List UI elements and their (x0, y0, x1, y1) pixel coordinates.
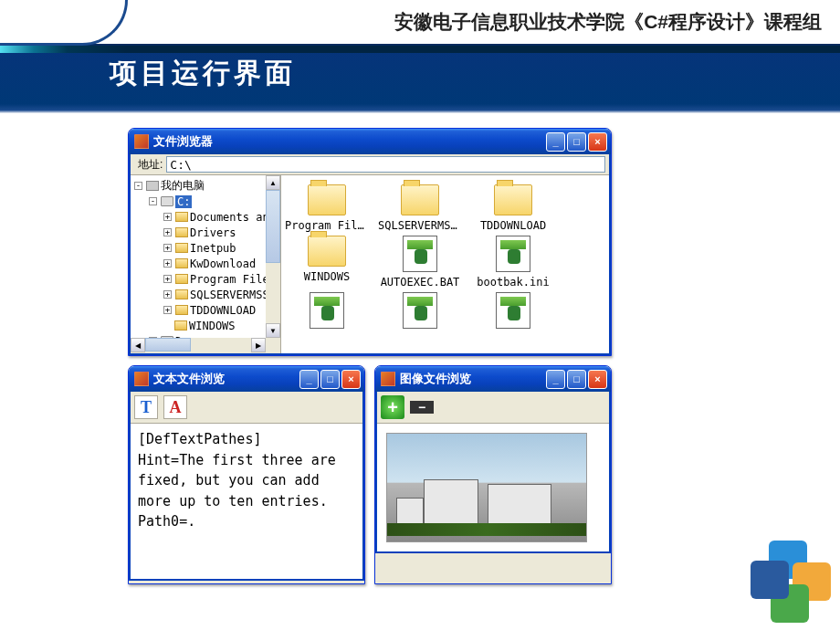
folder-icon (308, 184, 346, 215)
file-item[interactable]: WINDOWS (285, 236, 369, 289)
address-bar: 地址: (131, 154, 609, 175)
folder-icon (175, 258, 188, 268)
file-item[interactable]: AUTOEXEC.BAT (378, 236, 462, 289)
file-icon (403, 292, 437, 329)
file-browser-window: 文件浏览器 _ □ × 地址: - 我的电脑 (128, 128, 612, 356)
file-item[interactable] (378, 292, 462, 329)
address-input[interactable] (166, 156, 605, 173)
folder-icon (174, 320, 187, 331)
app-icon (134, 134, 149, 149)
folder-icon (175, 243, 188, 253)
file-label: Program Files (285, 219, 369, 232)
file-icon (496, 292, 530, 329)
image-viewer-titlebar[interactable]: 图像文件浏览 _ □ × (375, 366, 611, 392)
minimize-button[interactable]: _ (546, 370, 565, 389)
zoom-in-button[interactable]: + (381, 395, 404, 419)
image-viewer-title: 图像文件浏览 (400, 371, 541, 387)
scroll-up-button[interactable]: ▲ (266, 175, 280, 190)
tree-expander[interactable]: + (163, 275, 172, 283)
tree-expander[interactable]: + (163, 290, 172, 299)
tree-folder[interactable]: Drivers (190, 226, 236, 239)
image-toolbar: + − (377, 392, 609, 424)
folder-icon (175, 289, 188, 299)
tree-expander[interactable]: + (163, 228, 172, 236)
puzzle-decoration (751, 541, 833, 623)
file-item[interactable]: SQLSERVERMS... (378, 184, 462, 232)
maximize-button[interactable]: □ (567, 370, 586, 389)
folder-icon (308, 236, 346, 267)
minimize-button[interactable]: _ (299, 370, 319, 389)
tree-expander[interactable]: - (149, 197, 157, 205)
scroll-thumb[interactable] (145, 338, 191, 352)
file-item[interactable]: bootbak.ini (471, 236, 555, 289)
tree-folder[interactable]: SQLSERVERMSSQ (190, 289, 276, 301)
file-item[interactable] (285, 292, 369, 329)
file-label: bootbak.ini (471, 276, 555, 289)
tree-expander[interactable]: + (163, 213, 172, 221)
tree-folder[interactable]: Documents and (190, 211, 276, 224)
tree-pane: - 我的电脑 - C: +Documents and +Drivers +Ine… (131, 175, 281, 353)
zoom-out-button[interactable]: − (410, 401, 434, 414)
tree-drive-c[interactable]: C: (175, 195, 192, 208)
text-viewer-window: 文本文件浏览 _ □ × T A [DefTextPathes] Hint=Th… (128, 365, 365, 584)
folder-icon (175, 305, 188, 315)
scroll-thumb[interactable] (266, 190, 280, 263)
text-viewer-titlebar[interactable]: 文本文件浏览 _ □ × (129, 366, 364, 392)
maximize-button[interactable]: □ (567, 132, 586, 152)
desktop-area: 文件浏览器 _ □ × 地址: - 我的电脑 (128, 128, 767, 584)
text-content[interactable]: [DefTextPathes] Hint=The first three are… (131, 424, 362, 579)
image-preview[interactable] (386, 433, 587, 542)
file-browser-title: 文件浏览器 (153, 133, 541, 150)
file-label: TDDOWNLOAD (471, 219, 555, 232)
file-label: WINDOWS (285, 270, 369, 283)
tree-folder[interactable]: TDDOWNLOAD (190, 304, 256, 317)
file-item[interactable]: Program Files (285, 184, 369, 232)
close-button[interactable]: × (588, 370, 607, 389)
file-icon (403, 236, 437, 272)
file-label: AUTOEXEC.BAT (378, 276, 462, 289)
folder-icon (401, 184, 439, 215)
tree-root[interactable]: 我的电脑 (161, 178, 205, 194)
app-icon (381, 372, 395, 386)
folder-icon (175, 227, 188, 237)
horizontal-scrollbar[interactable]: ◀ ▶ (131, 338, 280, 353)
drive-icon (161, 196, 173, 206)
address-label: 地址: (134, 157, 166, 173)
minimize-button[interactable]: _ (546, 132, 565, 152)
page-header: 安徽电子信息职业技术学院《C#程序设计》课程组 (0, 9, 822, 35)
tree-folder[interactable]: Program Files (190, 273, 276, 286)
tree-expander[interactable]: + (163, 259, 172, 268)
folder-icon (494, 184, 532, 215)
folder-icon (175, 212, 188, 222)
text-toolbar: T A (131, 392, 362, 424)
scroll-left-button[interactable]: ◀ (131, 338, 145, 352)
file-item[interactable]: TDDOWNLOAD (471, 184, 555, 232)
file-icon (496, 236, 530, 272)
file-browser-titlebar[interactable]: 文件浏览器 _ □ × (129, 129, 611, 154)
scroll-down-button[interactable]: ▼ (266, 323, 280, 338)
tree-expander[interactable]: - (134, 182, 142, 190)
file-icon (310, 292, 344, 329)
file-label: SQLSERVERMS... (378, 219, 462, 232)
image-canvas (377, 424, 609, 551)
font-style-a-button[interactable]: A (163, 395, 187, 419)
slide-title: 项目运行界面 (110, 55, 296, 92)
vertical-scrollbar[interactable]: ▲ ▼ (266, 175, 280, 338)
image-viewer-window: 图像文件浏览 _ □ × + − (374, 365, 612, 584)
tree-expander[interactable]: + (163, 244, 172, 252)
close-button[interactable]: × (341, 370, 361, 389)
file-list-pane[interactable]: Program Files SQLSERVERMS... TDDOWNLOAD … (281, 175, 609, 353)
scroll-right-button[interactable]: ▶ (251, 338, 266, 352)
close-button[interactable]: × (588, 132, 607, 152)
app-icon (134, 372, 149, 386)
file-item[interactable] (471, 292, 555, 329)
computer-icon (146, 181, 159, 191)
tree-folder[interactable]: Inetpub (190, 242, 236, 255)
font-style-t-button[interactable]: T (134, 395, 158, 419)
tree-folder[interactable]: WINDOWS (189, 320, 236, 332)
tree-expander[interactable]: + (163, 306, 172, 314)
text-viewer-title: 文本文件浏览 (153, 371, 295, 387)
folder-icon (175, 274, 188, 284)
tree-folder[interactable]: KwDownload (190, 257, 256, 270)
maximize-button[interactable]: □ (320, 370, 340, 389)
